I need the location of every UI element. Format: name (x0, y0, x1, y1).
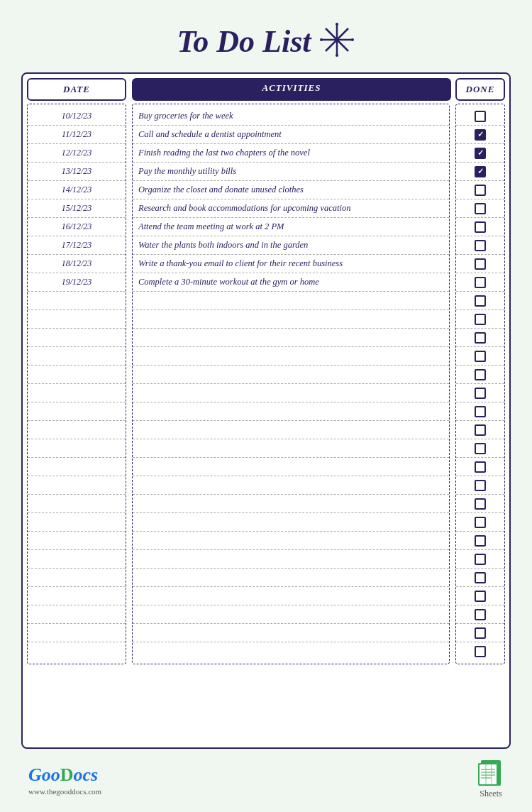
date-row-15 (28, 384, 126, 402)
done-row-11[interactable] (456, 310, 504, 329)
date-row-1: 11/12/23 (28, 126, 126, 144)
date-row-12 (28, 329, 126, 347)
date-row-20 (28, 476, 126, 495)
checkbox-24[interactable] (475, 554, 486, 565)
checkbox-15[interactable] (475, 388, 486, 399)
checkbox-0[interactable] (475, 111, 486, 122)
table-container: DATE ACTIVITIES DONE 10/12/2311/12/2312/… (21, 72, 511, 749)
done-row-9[interactable] (456, 273, 504, 292)
activity-row-13 (133, 347, 449, 366)
activity-row-20 (133, 476, 449, 495)
activity-row-11 (133, 310, 449, 329)
checkbox-10[interactable] (475, 295, 486, 307)
checkbox-8[interactable] (475, 258, 486, 270)
checkbox-11[interactable] (475, 314, 486, 325)
done-row-26[interactable] (456, 587, 504, 605)
activity-row-29 (133, 642, 449, 661)
done-row-5[interactable] (456, 199, 504, 218)
activity-row-12 (133, 329, 449, 347)
done-row-20[interactable] (456, 476, 504, 495)
done-row-15[interactable] (456, 384, 504, 402)
checkbox-22[interactable] (475, 517, 486, 528)
done-row-0[interactable] (456, 107, 504, 126)
checkbox-19[interactable] (475, 461, 486, 473)
activity-row-1: Call and schedule a dentist appointment (133, 126, 449, 144)
done-row-25[interactable] (456, 569, 504, 587)
sheets-icon (478, 760, 504, 786)
date-row-13 (28, 347, 126, 366)
done-row-10[interactable] (456, 292, 504, 310)
activity-row-10 (133, 292, 449, 310)
logo-ocs: ocs (74, 764, 99, 785)
website-text: www.thegooddocs.com (28, 787, 101, 796)
done-row-2[interactable] (456, 144, 504, 163)
footer-left: GooDocs www.thegooddocs.com (28, 764, 101, 796)
date-row-28 (28, 624, 126, 642)
done-row-17[interactable] (456, 421, 504, 439)
checkbox-29[interactable] (475, 646, 486, 657)
done-row-12[interactable] (456, 329, 504, 347)
checkbox-4[interactable] (475, 185, 486, 196)
sheets-icon-area: Sheets (478, 760, 504, 799)
checkbox-28[interactable] (475, 627, 486, 639)
done-row-23[interactable] (456, 532, 504, 550)
date-row-2: 12/12/23 (28, 144, 126, 163)
checkbox-21[interactable] (475, 498, 486, 510)
done-row-28[interactable] (456, 624, 504, 642)
checkbox-14[interactable] (475, 369, 486, 380)
checkbox-13[interactable] (475, 351, 486, 362)
done-row-19[interactable] (456, 458, 504, 476)
header-activities: ACTIVITIES (132, 78, 451, 101)
activity-row-27 (133, 605, 449, 624)
checkbox-1[interactable] (475, 129, 486, 141)
done-row-3[interactable] (456, 163, 504, 181)
activity-row-14 (133, 366, 449, 384)
checkbox-12[interactable] (475, 332, 486, 344)
checkbox-26[interactable] (475, 591, 486, 602)
checkbox-20[interactable] (475, 480, 486, 491)
done-row-6[interactable] (456, 218, 504, 236)
done-row-7[interactable] (456, 236, 504, 255)
done-row-1[interactable] (456, 126, 504, 144)
done-row-21[interactable] (456, 495, 504, 513)
checkbox-17[interactable] (475, 424, 486, 436)
done-row-4[interactable] (456, 181, 504, 199)
activity-row-9: Complete a 30-minute workout at the gym … (133, 273, 449, 292)
done-row-27[interactable] (456, 605, 504, 624)
done-row-14[interactable] (456, 366, 504, 384)
date-row-29 (28, 642, 126, 661)
svg-rect-16 (485, 764, 487, 784)
done-row-29[interactable] (456, 642, 504, 661)
done-row-16[interactable] (456, 402, 504, 421)
activity-row-7: Water the plants both indoors and in the… (133, 236, 449, 255)
checkbox-5[interactable] (475, 203, 486, 214)
checkbox-18[interactable] (475, 443, 486, 454)
date-row-3: 13/12/23 (28, 163, 126, 181)
done-row-24[interactable] (456, 550, 504, 569)
checkbox-27[interactable] (475, 609, 486, 620)
svg-point-5 (336, 54, 338, 57)
checkbox-16[interactable] (475, 406, 486, 417)
done-row-8[interactable] (456, 255, 504, 273)
checkbox-6[interactable] (475, 221, 486, 233)
date-row-8: 18/12/23 (28, 255, 126, 273)
logo: GooDocs (28, 764, 101, 786)
date-row-26 (28, 587, 126, 605)
checkbox-2[interactable] (475, 148, 486, 159)
done-row-18[interactable] (456, 439, 504, 458)
checkbox-7[interactable] (475, 240, 486, 251)
header-date: DATE (27, 78, 126, 101)
checkbox-9[interactable] (475, 277, 486, 288)
done-row-22[interactable] (456, 513, 504, 532)
sheets-label: Sheets (480, 789, 501, 799)
date-row-17 (28, 421, 126, 439)
activity-row-26 (133, 587, 449, 605)
done-row-13[interactable] (456, 347, 504, 366)
checkbox-23[interactable] (475, 535, 486, 547)
checkbox-3[interactable] (475, 166, 486, 177)
activity-row-5: Research and book accommodations for upc… (133, 199, 449, 218)
checkbox-25[interactable] (475, 572, 486, 583)
date-row-5: 15/12/23 (28, 199, 126, 218)
activity-row-24 (133, 550, 449, 569)
header-row: DATE ACTIVITIES DONE (23, 74, 509, 101)
